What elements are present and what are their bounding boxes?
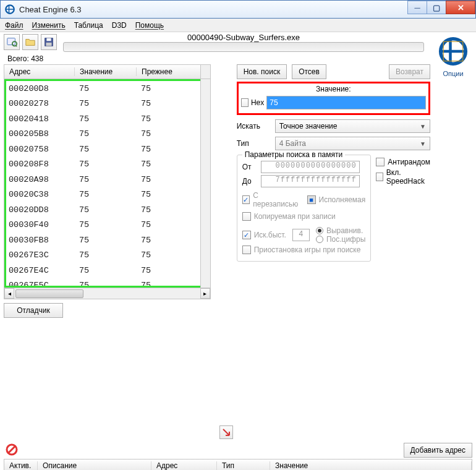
to-input[interactable]: 7fffffffffffffff xyxy=(261,175,360,187)
cell-address: 00030FB8 xyxy=(9,236,79,245)
copyonwrite-checkbox xyxy=(242,212,251,221)
svg-line-3 xyxy=(15,45,17,46)
table-row[interactable]: 000207587575 xyxy=(6,142,208,157)
antirandom-label: Антирандом xyxy=(388,158,430,166)
table-row[interactable]: 000208F87575 xyxy=(6,157,208,173)
value-type-select: 4 Байта ▼ xyxy=(275,137,430,150)
cell-address: 000200D8 xyxy=(9,84,79,93)
menu-edit[interactable]: Изменить xyxy=(32,21,66,30)
cell-value: 75 xyxy=(79,84,141,93)
table-row[interactable]: 00030F407575 xyxy=(6,218,208,233)
table-row[interactable]: 00020A987575 xyxy=(6,172,208,187)
menu-d3d[interactable]: D3D xyxy=(112,21,127,30)
cell-previous: 75 xyxy=(141,205,208,215)
header-previous[interactable]: Прежнее xyxy=(137,67,210,76)
table-row[interactable]: 00030FB87575 xyxy=(6,233,208,248)
close-button[interactable]: ✕ xyxy=(446,1,475,14)
value-type-label: Тип xyxy=(237,139,271,148)
maximize-button[interactable]: ▢ xyxy=(427,1,446,14)
scan-type-value: Точное значение xyxy=(279,122,338,130)
undo-scan-button: Возврат xyxy=(389,64,430,79)
debugger-button[interactable]: Отладчик xyxy=(4,303,63,318)
memory-scan-options: Параметры поиска в памяти От 00000000000… xyxy=(237,155,372,262)
save-button[interactable] xyxy=(41,34,57,50)
results-table[interactable]: 000200D875750002027875750002041875750002… xyxy=(4,79,211,288)
cell-value: 75 xyxy=(79,114,141,124)
table-row[interactable]: 000204187575 xyxy=(6,111,208,127)
header-value[interactable]: Значение xyxy=(75,67,137,76)
new-scan-button[interactable]: Нов. поиск xyxy=(237,64,287,79)
value-group: Значение: Hex 75 xyxy=(237,82,430,115)
scan-type-select[interactable]: Точное значение ▼ xyxy=(275,119,430,133)
cell-previous: 75 xyxy=(141,190,208,199)
fastscan-digit: 4 xyxy=(292,229,310,241)
cell-previous: 75 xyxy=(141,220,208,229)
vertical-scrollbar[interactable] xyxy=(200,79,210,288)
value-label: Значение: xyxy=(241,85,426,93)
cell-address: 00020758 xyxy=(9,145,79,154)
add-to-list-button[interactable] xyxy=(219,425,233,439)
cell-address: 00267E4C xyxy=(9,266,79,275)
scroll-left-icon[interactable]: ◂ xyxy=(4,288,14,299)
chevron-down-icon: ▼ xyxy=(420,123,426,130)
cell-address: 00020278 xyxy=(9,99,79,108)
cell-previous: 75 xyxy=(141,160,208,169)
table-row[interactable]: 00020DD87575 xyxy=(6,202,208,218)
open-process-button[interactable] xyxy=(4,34,20,50)
minimize-button[interactable]: ─ xyxy=(407,1,427,14)
cell-address: 000208F8 xyxy=(9,160,79,169)
cell-value: 75 xyxy=(79,250,141,260)
cell-value: 75 xyxy=(79,160,141,169)
table-row[interactable]: 00267E4C7575 xyxy=(6,263,208,278)
svg-rect-5 xyxy=(46,38,51,41)
table-row[interactable]: 00267E5C7575 xyxy=(6,278,208,288)
cell-address: 00020C38 xyxy=(9,190,79,199)
cell-value: 75 xyxy=(79,281,141,288)
antirandom-checkbox[interactable] xyxy=(376,158,385,166)
cell-value: 75 xyxy=(79,266,141,275)
next-scan-button[interactable]: Отсев xyxy=(292,64,326,79)
speedhack-checkbox[interactable] xyxy=(376,173,383,181)
table-row[interactable]: 00020C387575 xyxy=(6,187,208,203)
memory-view-button[interactable] xyxy=(4,443,20,456)
scroll-right-icon[interactable]: ▸ xyxy=(200,288,210,299)
process-name: 00000490-Subway_Surfers.exe xyxy=(59,33,428,42)
table-row[interactable]: 000200D87575 xyxy=(6,81,208,96)
pause-label: Приостановка игры при поиске xyxy=(254,246,361,254)
hex-checkbox[interactable] xyxy=(241,98,249,107)
vertical-scrollbar[interactable] xyxy=(200,65,210,79)
bheader-active[interactable]: Актив. xyxy=(4,461,38,470)
table-row[interactable]: 000202787575 xyxy=(6,96,208,112)
to-label: До xyxy=(242,177,257,186)
from-input[interactable]: 0000000000000000 xyxy=(261,161,360,173)
open-file-button[interactable] xyxy=(22,34,38,50)
bheader-value[interactable]: Значение xyxy=(270,461,472,470)
scroll-thumb[interactable] xyxy=(15,289,83,298)
header-address[interactable]: Адрес xyxy=(4,67,75,76)
cell-value: 75 xyxy=(79,145,141,154)
writable-label: С перезаписью xyxy=(253,191,299,208)
table-row[interactable]: 00267E3C7575 xyxy=(6,248,208,263)
cell-value: 75 xyxy=(79,129,141,139)
menu-file[interactable]: Файл xyxy=(5,21,23,30)
bheader-addr[interactable]: Адрес xyxy=(151,461,217,470)
scan-type-label: Искать xyxy=(237,122,271,130)
cell-previous: 75 xyxy=(141,236,208,245)
cell-previous: 75 xyxy=(141,266,208,275)
table-row[interactable]: 000205B87575 xyxy=(6,127,208,142)
bheader-desc[interactable]: Описание xyxy=(38,461,151,470)
horizontal-scrollbar[interactable]: ◂ ▸ xyxy=(4,288,211,299)
executable-checkbox: ■ xyxy=(307,195,316,204)
cell-address: 00020DD8 xyxy=(9,205,79,215)
hex-label: Hex xyxy=(251,98,264,107)
cell-address: 00267E3C xyxy=(9,250,79,260)
svg-line-10 xyxy=(8,446,15,453)
menubar: Файл Изменить Таблица D3D Помощь xyxy=(0,19,476,32)
add-address-button[interactable]: Добавить адрес xyxy=(404,443,472,458)
menu-help[interactable]: Помощь xyxy=(135,21,164,30)
bheader-type[interactable]: Тип xyxy=(217,461,270,470)
menu-table[interactable]: Таблица xyxy=(74,21,103,30)
cell-value: 75 xyxy=(79,220,141,229)
toolbar: 00000490-Subway_Surfers.exe xyxy=(0,32,476,52)
value-input[interactable]: 75 xyxy=(266,96,426,109)
